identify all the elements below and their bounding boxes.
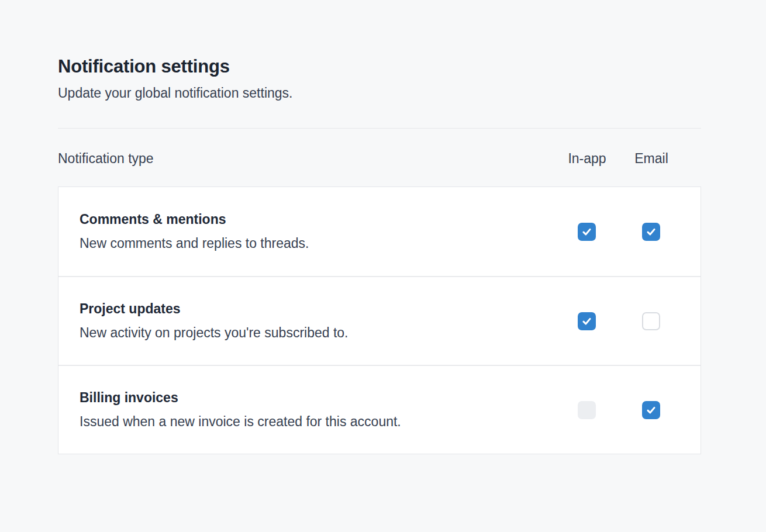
inapp-checkbox bbox=[578, 401, 596, 419]
column-header-notification-type: Notification type bbox=[58, 151, 555, 167]
notification-row: Project updates New activity on projects… bbox=[58, 276, 701, 365]
inapp-checkbox[interactable] bbox=[578, 312, 596, 330]
notification-row-description: New activity on projects you're subscrib… bbox=[80, 325, 554, 341]
inapp-cell bbox=[554, 401, 619, 419]
notification-row: Billing invoices Issued when a new invoi… bbox=[58, 365, 701, 454]
notification-row-text: Comments & mentions New comments and rep… bbox=[80, 212, 554, 251]
notification-row-text: Project updates New activity on projects… bbox=[80, 301, 554, 341]
notification-row-title: Project updates bbox=[80, 301, 554, 317]
email-checkbox[interactable] bbox=[642, 223, 660, 241]
notification-row-description: Issued when a new invoice is created for… bbox=[80, 414, 554, 430]
email-cell bbox=[619, 223, 683, 241]
page-title: Notification settings bbox=[58, 56, 701, 77]
notification-row-title: Billing invoices bbox=[80, 390, 554, 406]
notification-row-description: New comments and replies to threads. bbox=[80, 236, 554, 252]
column-header-inapp: In-app bbox=[555, 151, 619, 167]
check-icon bbox=[581, 226, 592, 237]
check-icon bbox=[646, 226, 657, 237]
notification-table: Comments & mentions New comments and rep… bbox=[58, 186, 701, 454]
column-header-email: Email bbox=[619, 151, 684, 167]
email-cell bbox=[619, 312, 683, 330]
inapp-cell bbox=[554, 312, 619, 330]
email-checkbox[interactable] bbox=[642, 312, 660, 330]
notification-row: Comments & mentions New comments and rep… bbox=[58, 187, 701, 276]
inapp-cell bbox=[554, 223, 619, 241]
page-subtitle: Update your global notification settings… bbox=[58, 85, 701, 102]
notification-row-title: Comments & mentions bbox=[80, 212, 554, 228]
inapp-checkbox[interactable] bbox=[578, 223, 596, 241]
check-icon bbox=[581, 316, 592, 327]
email-checkbox[interactable] bbox=[642, 401, 660, 419]
email-cell bbox=[619, 401, 683, 419]
notification-settings-page: Notification settings Update your global… bbox=[58, 0, 701, 454]
table-header: Notification type In-app Email bbox=[58, 151, 701, 167]
check-icon bbox=[646, 405, 657, 416]
notification-row-text: Billing invoices Issued when a new invoi… bbox=[80, 390, 554, 430]
section-divider bbox=[58, 128, 701, 129]
